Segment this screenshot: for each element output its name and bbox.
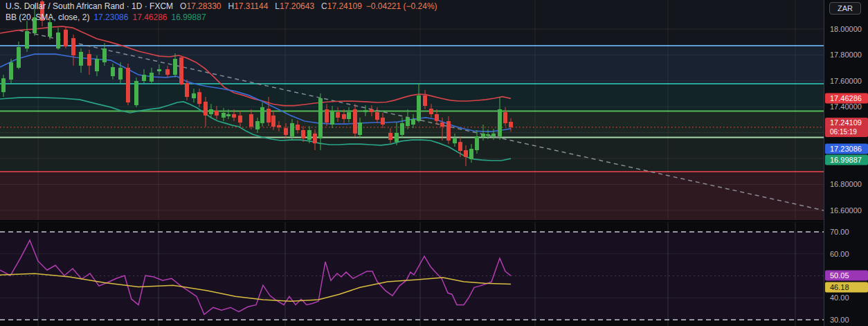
candle-down [64,26,68,48]
bb-indicator-legend[interactable]: BB (20, SMA, close, 2) 17.23086 17.46286… [6,12,206,22]
candle-up [192,89,196,102]
last-price-badge: 17.2410906:15:19 [825,118,868,137]
price-change: −0.04221 (−0.24%) [366,1,437,11]
price-tick: 17.80000 [830,51,862,59]
candle-up [363,105,368,116]
candle-up [157,64,161,75]
bb-upper-line [0,26,511,106]
price-zone [0,46,824,84]
candle-up [318,93,323,150]
rsi-ma-badge: 46.18 [825,282,868,293]
candle-down [185,80,189,100]
rsi-badge: 50.05 [825,271,868,281]
rsi-tick: 40.00 [830,293,849,302]
candle-up [417,83,421,123]
price-tick: 16.80000 [830,180,862,188]
candle-up [358,118,362,138]
rsi-null-values: ∅ ∅ ∅ ∅ [117,226,182,236]
price-tick: 18.00000 [830,25,862,33]
symbol-title[interactable]: U.S. Dollar / South African Rand · 1D · … [6,1,173,11]
candle-down [126,64,130,105]
candle-up [481,125,485,141]
candle-down [342,109,346,123]
candle-up [469,144,473,163]
candle-up [255,118,260,133]
candle-up [395,123,399,145]
price-zone [0,84,824,111]
candle-down [440,118,444,141]
candle-down [381,113,385,128]
price-axis[interactable]: ZAR 18.0000017.8000017.6000017.4000016.8… [824,0,868,326]
candle-down [370,105,374,116]
bb-basis-line [0,54,511,132]
candle-down [503,107,507,126]
candle-down [197,89,201,107]
candle-down [296,120,300,134]
candle-up [118,62,123,83]
candle-up [260,102,264,127]
candle-down [215,106,219,119]
candle-down [336,107,340,122]
candle-down [277,121,281,132]
ohlc-low: L17.20643 [272,1,314,11]
candle-up [406,109,410,129]
candle-down [271,111,275,130]
candle-down [301,126,305,142]
candle-up [102,43,107,66]
candle-down [423,90,427,109]
candle-down [266,97,271,126]
candle-up [142,69,146,83]
candle-up [79,48,83,73]
candle-up [290,119,294,140]
price-zone [0,111,824,138]
candle-down [325,104,329,126]
candle-up [134,78,138,107]
rsi-line [0,240,511,314]
candle-down [509,118,513,132]
ohlc-high: H17.31144 [226,1,269,11]
bb-basis-value: 17.23086 [93,12,128,22]
ohlc-close: C17.24109 [318,1,362,11]
candle-up [111,64,115,80]
candle-down [238,111,242,127]
price-tick: 17.40000 [830,102,862,111]
candle-down [284,123,288,138]
candle-up [491,129,496,140]
candle-up [173,53,177,78]
rsi-tick: 70.00 [830,228,849,236]
price-tick: 16.60000 [830,206,862,215]
candle-down [464,145,468,166]
candle-down [435,109,439,125]
rsi-ma-line [0,273,511,301]
candle-down [353,104,357,137]
chart-canvas[interactable] [0,0,824,326]
candle-up [150,68,154,84]
currency-button[interactable]: ZAR [829,2,861,15]
candle-down [71,35,75,66]
pane-separator[interactable] [0,220,824,222]
candle-down [375,107,379,123]
rsi-indicator-legend[interactable]: RSI (14, close) 50.05 46.18 ∅ ∅ ∅ ∅ [6,226,182,236]
bb-label[interactable]: BB (20, SMA, close, 2) [6,12,89,22]
candle-down [179,57,183,85]
candle-up [307,126,311,143]
trendline [19,30,824,210]
rsi-value: 50.05 [64,226,85,236]
candle-up [400,118,404,138]
rsi-label[interactable]: RSI (14, close) [6,226,60,236]
price-zone [0,138,824,172]
candle-up [498,97,502,140]
rsi-tick: 60.00 [830,250,849,258]
price-pane [0,0,824,220]
ohlc-open: O17.28330 [177,1,221,11]
candle-up [95,55,99,76]
candle-down [87,50,91,75]
trading-chart-window: U.S. Dollar / South African Rand · 1D · … [0,0,868,326]
candle-down [429,104,433,118]
bb-lower-badge: 16.99887 [825,155,868,165]
symbol-legend[interactable]: U.S. Dollar / South African Rand · 1D · … [6,1,437,11]
candle-up [330,106,334,128]
bb-upper-badge: 17.46286 [825,93,868,104]
candle-up [453,134,457,147]
rsi-pane [0,221,824,326]
